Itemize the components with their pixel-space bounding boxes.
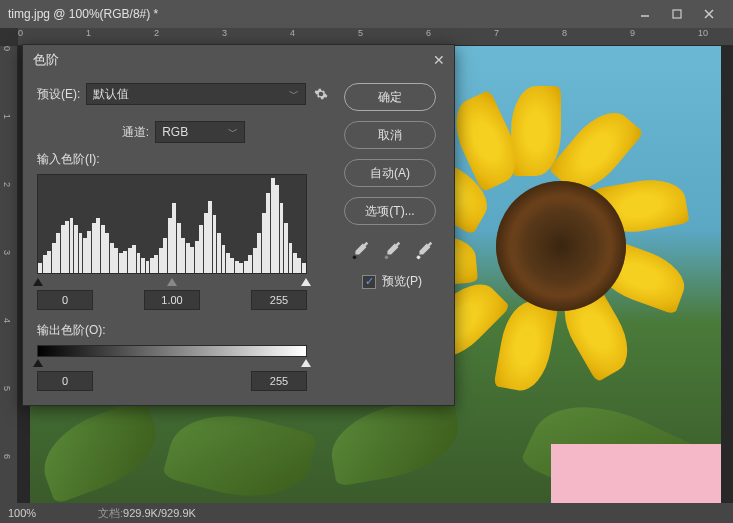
doc-size-label: 文档:: [98, 506, 123, 521]
titlebar: timg.jpg @ 100%(RGB/8#) *: [0, 0, 733, 28]
window-buttons: [629, 4, 725, 24]
eyedropper-white-icon[interactable]: [413, 239, 435, 261]
watermark-block: [551, 444, 721, 503]
options-button[interactable]: 选项(T)...: [344, 197, 436, 225]
output-gradient: [37, 345, 307, 357]
output-white-slider[interactable]: [301, 359, 311, 367]
eyedropper-black-icon[interactable]: [349, 239, 371, 261]
input-white-slider[interactable]: [301, 278, 311, 286]
channel-select[interactable]: RGB ﹀: [155, 121, 245, 143]
auto-button[interactable]: 自动(A): [344, 159, 436, 187]
close-button[interactable]: [693, 4, 725, 24]
chevron-down-icon: ﹀: [228, 125, 238, 139]
output-black-field[interactable]: [37, 371, 93, 391]
histogram: [37, 174, 307, 274]
preview-label: 预览(P): [382, 273, 422, 290]
status-bar: 100% 文档: 929.9K/929.9K: [0, 503, 733, 523]
levels-dialog: 色阶 ✕ 预设(E): 默认值 ﹀ 通道: RGB ﹀ 输入色阶(: [22, 44, 455, 406]
channel-value: RGB: [162, 125, 188, 139]
input-slider-track: [37, 280, 307, 290]
preset-value: 默认值: [93, 86, 129, 103]
svg-point-6: [417, 256, 421, 260]
svg-point-4: [353, 256, 357, 260]
output-levels-label: 输出色阶(O):: [37, 322, 330, 339]
maximize-button[interactable]: [661, 4, 693, 24]
dialog-title: 色阶: [23, 45, 454, 75]
ok-button[interactable]: 确定: [344, 83, 436, 111]
svg-point-5: [385, 256, 389, 260]
preset-menu-icon[interactable]: [312, 85, 330, 103]
output-black-slider[interactable]: [33, 359, 43, 367]
output-white-field[interactable]: [251, 371, 307, 391]
preview-checkbox[interactable]: ✓: [362, 275, 376, 289]
zoom-level[interactable]: 100%: [8, 507, 78, 519]
input-black-slider[interactable]: [33, 278, 43, 286]
eyedropper-group: [344, 239, 440, 261]
doc-size-value: 929.9K/929.9K: [123, 507, 196, 519]
input-levels-label: 输入色阶(I):: [37, 151, 330, 168]
preset-select[interactable]: 默认值 ﹀: [86, 83, 306, 105]
minimize-button[interactable]: [629, 4, 661, 24]
channel-label: 通道:: [122, 124, 149, 141]
chevron-down-icon: ﹀: [289, 87, 299, 101]
dialog-close-button[interactable]: ✕: [430, 51, 448, 69]
input-gamma-slider[interactable]: [167, 278, 177, 286]
ruler-vertical: 0123456: [0, 46, 18, 503]
output-slider-track: [37, 361, 307, 371]
input-gamma-field[interactable]: [144, 290, 200, 310]
input-black-field[interactable]: [37, 290, 93, 310]
preset-label: 预设(E):: [37, 86, 80, 103]
input-white-field[interactable]: [251, 290, 307, 310]
eyedropper-gray-icon[interactable]: [381, 239, 403, 261]
document-title: timg.jpg @ 100%(RGB/8#) *: [8, 7, 629, 21]
svg-rect-1: [673, 10, 681, 18]
cancel-button[interactable]: 取消: [344, 121, 436, 149]
